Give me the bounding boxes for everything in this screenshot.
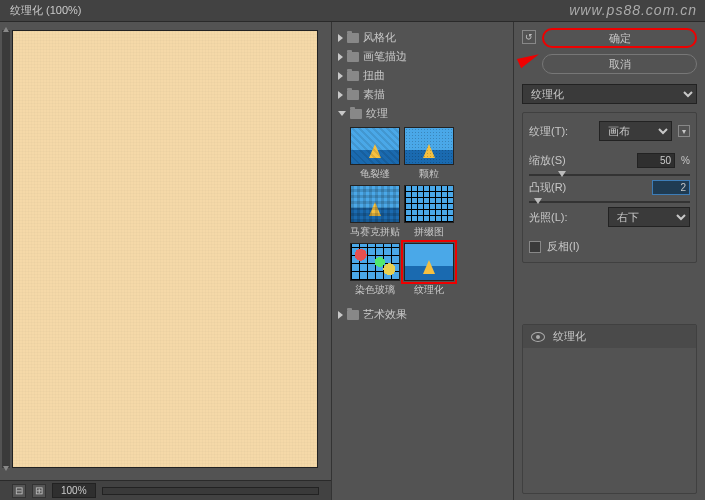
filter-texturizer[interactable]: 纹理化 (404, 243, 454, 297)
light-dropdown[interactable]: 右下 (608, 207, 691, 227)
thumb-label: 龟裂缝 (350, 165, 400, 181)
texture-menu-icon[interactable]: ▾ (678, 125, 690, 137)
folder-icon (347, 71, 359, 81)
invert-checkbox[interactable] (529, 241, 541, 253)
thumb-label: 染色玻璃 (350, 281, 400, 297)
relief-label: 凸现(R) (529, 180, 646, 195)
folder-label: 风格化 (363, 30, 396, 45)
folder-icon (347, 52, 359, 62)
filter-stained-glass[interactable]: 染色玻璃 (350, 243, 400, 297)
relief-slider[interactable] (529, 201, 690, 203)
folder-distort[interactable]: 扭曲 (336, 66, 509, 85)
chevron-right-icon (338, 311, 343, 319)
thumb-label: 纹理化 (404, 281, 454, 297)
invert-label: 反相(I) (547, 239, 579, 254)
folder-label: 艺术效果 (363, 307, 407, 322)
texture-label: 纹理(T): (529, 124, 593, 139)
zoom-out-button[interactable]: ⊟ (12, 484, 26, 498)
zoom-in-button[interactable]: ⊞ (32, 484, 46, 498)
thumb-label: 拼缀图 (404, 223, 454, 239)
light-label: 光照(L): (529, 210, 602, 225)
filter-dropdown[interactable]: 纹理化 (522, 84, 697, 104)
folder-label: 画笔描边 (363, 49, 407, 64)
chevron-right-icon (338, 91, 343, 99)
filter-grain[interactable]: 颗粒 (404, 127, 454, 181)
zoom-bar: ⊟ ⊞ 100% (0, 480, 331, 500)
folder-artistic[interactable]: 艺术效果 (336, 305, 509, 324)
cancel-button[interactable]: 取消 (542, 54, 697, 74)
chevron-down-icon (338, 111, 346, 116)
effect-layers: 纹理化 (522, 324, 697, 494)
filter-craquelure[interactable]: 龟裂缝 (350, 127, 400, 181)
folder-icon (347, 90, 359, 100)
folder-brush[interactable]: 画笔描边 (336, 47, 509, 66)
reset-button[interactable]: ↺ (522, 30, 536, 44)
chevron-right-icon (338, 72, 343, 80)
filter-mosaic[interactable]: 马赛克拼贴 (350, 185, 400, 239)
folder-icon (347, 310, 359, 320)
thumb-label: 马赛克拼贴 (350, 223, 400, 239)
relief-input[interactable] (652, 180, 690, 195)
folder-icon (347, 33, 359, 43)
chevron-right-icon (338, 34, 343, 42)
filter-tree: 风格化 画笔描边 扭曲 素描 纹理 龟裂缝 颗粒 马赛克拼贴 拼缀图 染色玻璃 … (331, 22, 514, 500)
preview-panel: ⊟ ⊞ 100% (0, 22, 331, 500)
settings-panel: ↺ 确定 取消 纹理化 纹理(T): 画布 ▾ 缩放(S) % 凸现(R) (514, 22, 705, 500)
parameters-group: 纹理(T): 画布 ▾ 缩放(S) % 凸现(R) 光照(L): 右下 (522, 112, 697, 263)
layer-name: 纹理化 (553, 329, 586, 344)
ok-button[interactable]: 确定 (542, 28, 697, 48)
zoom-value[interactable]: 100% (52, 483, 96, 498)
horizontal-scroll[interactable] (102, 487, 319, 495)
folder-stylize[interactable]: 风格化 (336, 28, 509, 47)
folder-label: 扭曲 (363, 68, 385, 83)
percent-label: % (681, 155, 690, 166)
chevron-right-icon (338, 53, 343, 61)
vertical-scroll[interactable] (2, 30, 10, 468)
visibility-icon[interactable] (531, 332, 545, 342)
thumb-label: 颗粒 (404, 165, 454, 181)
folder-texture[interactable]: 纹理 (336, 104, 509, 123)
folder-label: 纹理 (366, 106, 388, 121)
arrow-annotation (517, 50, 541, 68)
folder-label: 素描 (363, 87, 385, 102)
folder-icon (350, 109, 362, 119)
folder-sketch[interactable]: 素描 (336, 85, 509, 104)
scale-label: 缩放(S) (529, 153, 631, 168)
layer-row[interactable]: 纹理化 (523, 325, 696, 348)
scale-slider[interactable] (529, 174, 690, 176)
scale-input[interactable] (637, 153, 675, 168)
watermark: www.ps88.com.cn (569, 2, 697, 18)
texture-dropdown[interactable]: 画布 (599, 121, 673, 141)
preview-canvas[interactable] (12, 30, 318, 468)
filter-patchwork[interactable]: 拼缀图 (404, 185, 454, 239)
